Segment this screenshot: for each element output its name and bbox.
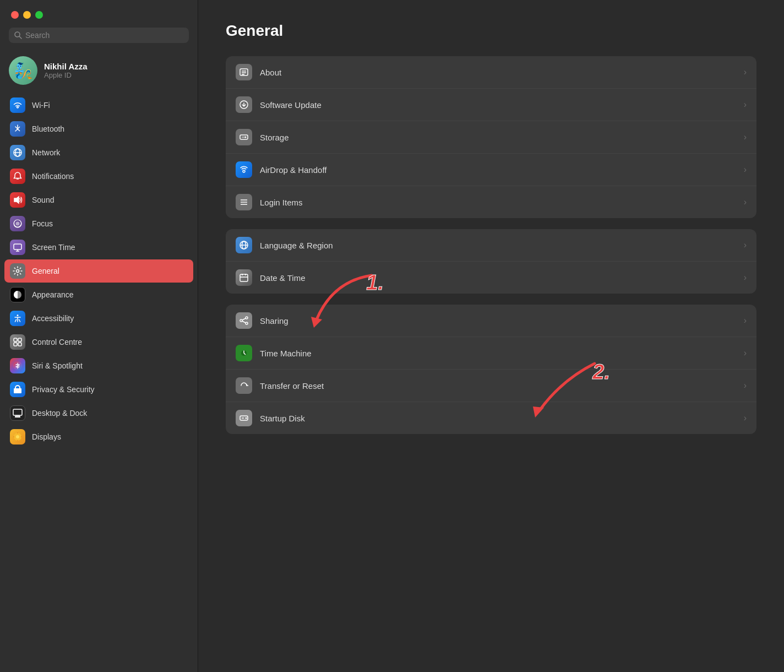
user-info: Nikhil Azza Apple ID bbox=[44, 62, 88, 79]
sidebar-item-accessibility[interactable]: Accessibility bbox=[4, 307, 193, 330]
datetime-label: Date & Time bbox=[260, 273, 736, 283]
sidebar-item-label-controlcentre: Control Centre bbox=[32, 338, 188, 346]
focus-icon bbox=[10, 216, 25, 231]
sidebar-scroll: Wi-Fi Bluetooth Network Notifications bbox=[0, 94, 198, 672]
user-name: Nikhil Azza bbox=[44, 62, 88, 71]
settings-row-airdrop[interactable]: AirDrop & Handoff › bbox=[226, 154, 756, 186]
sidebar-item-controlcentre[interactable]: Control Centre bbox=[4, 330, 193, 354]
user-profile[interactable]: 🧞 Nikhil Azza Apple ID bbox=[0, 52, 198, 94]
bluetooth-icon bbox=[10, 121, 25, 137]
about-chevron: › bbox=[744, 67, 747, 77]
sidebar-item-label-privacy: Privacy & Security bbox=[32, 385, 188, 394]
airdrop-icon bbox=[236, 161, 252, 178]
sidebar-item-appearance[interactable]: Appearance bbox=[4, 283, 193, 306]
settings-row-startupdisk[interactable]: Startup Disk › bbox=[226, 402, 756, 434]
search-input[interactable] bbox=[25, 31, 183, 40]
sidebar-item-label-wifi: Wi-Fi bbox=[32, 101, 188, 110]
general-icon bbox=[10, 263, 25, 279]
network-icon bbox=[10, 145, 25, 160]
search-icon bbox=[14, 31, 22, 39]
datetime-icon bbox=[236, 269, 252, 286]
settings-row-storage[interactable]: Storage › bbox=[226, 121, 756, 154]
svg-rect-17 bbox=[18, 343, 21, 346]
startupdisk-icon bbox=[236, 410, 252, 426]
sidebar-item-notifications[interactable]: Notifications bbox=[4, 165, 193, 188]
loginitems-chevron: › bbox=[744, 197, 747, 207]
sidebar-item-label-focus: Focus bbox=[32, 219, 188, 228]
settings-row-sharing[interactable]: Sharing › bbox=[226, 305, 756, 337]
about-label: About bbox=[260, 68, 736, 77]
settings-row-loginitems[interactable]: Login Items › bbox=[226, 186, 756, 218]
startupdisk-label: Startup Disk bbox=[260, 414, 736, 423]
settings-row-about[interactable]: About › bbox=[226, 56, 756, 89]
svg-rect-15 bbox=[18, 338, 21, 342]
svg-line-51 bbox=[242, 321, 246, 323]
timemachine-chevron: › bbox=[744, 348, 747, 358]
svg-point-48 bbox=[240, 319, 242, 322]
startupdisk-chevron: › bbox=[744, 413, 747, 423]
settings-row-transfer[interactable]: Transfer or Reset › bbox=[226, 370, 756, 402]
svg-rect-19 bbox=[13, 409, 22, 415]
softwareupdate-icon bbox=[236, 96, 252, 113]
sharing-icon bbox=[236, 312, 252, 329]
sidebar-item-siri[interactable]: Siri & Spotlight bbox=[4, 354, 193, 377]
minimize-button[interactable] bbox=[23, 11, 31, 19]
page-title: General bbox=[226, 22, 756, 40]
sidebar-item-label-notifications: Notifications bbox=[32, 172, 188, 181]
sidebar-item-network[interactable]: Network bbox=[4, 141, 193, 164]
search-bar[interactable] bbox=[9, 28, 189, 43]
sharing-chevron: › bbox=[744, 316, 747, 326]
sidebar-item-bluetooth[interactable]: Bluetooth bbox=[4, 117, 193, 140]
sidebar: 🧞 Nikhil Azza Apple ID Wi-Fi Bluetooth bbox=[0, 0, 198, 672]
sidebar-item-label-screentime: Screen Time bbox=[32, 243, 188, 252]
svg-point-23 bbox=[16, 435, 19, 438]
svg-rect-16 bbox=[14, 343, 17, 346]
language-chevron: › bbox=[744, 240, 747, 250]
main-content: General About › Software Update › Storag… bbox=[198, 0, 784, 672]
sidebar-item-label-sound: Sound bbox=[32, 196, 188, 204]
sidebar-item-label-siri: Siri & Spotlight bbox=[32, 361, 188, 370]
settings-row-datetime[interactable]: Date & Time › bbox=[226, 262, 756, 294]
sidebar-item-label-displays: Displays bbox=[32, 432, 188, 441]
svg-point-36 bbox=[243, 170, 245, 172]
sidebar-item-wifi[interactable]: Wi-Fi bbox=[4, 94, 193, 117]
sidebar-item-privacy[interactable]: Privacy & Security bbox=[4, 378, 193, 401]
settings-row-timemachine[interactable]: Time Machine › bbox=[226, 337, 756, 370]
sidebar-item-label-appearance: Appearance bbox=[32, 290, 188, 299]
svg-point-49 bbox=[246, 322, 248, 324]
settings-row-softwareupdate[interactable]: Software Update › bbox=[226, 89, 756, 121]
sidebar-item-screentime[interactable]: Screen Time bbox=[4, 236, 193, 259]
language-icon bbox=[236, 237, 252, 253]
settings-group-1: About › Software Update › Storage › AirD… bbox=[226, 56, 756, 218]
language-label: Language & Region bbox=[260, 241, 736, 250]
timemachine-label: Time Machine bbox=[260, 349, 736, 358]
settings-group-2: Language & Region › Date & Time › bbox=[226, 229, 756, 294]
sidebar-item-displays[interactable]: Displays bbox=[4, 425, 193, 448]
datetime-chevron: › bbox=[744, 273, 747, 283]
user-subtitle: Apple ID bbox=[44, 71, 88, 79]
settings-group-3: Sharing › Time Machine › Transfer or Res… bbox=[226, 305, 756, 434]
airdrop-label: AirDrop & Handoff bbox=[260, 165, 736, 175]
screentime-icon bbox=[10, 240, 25, 255]
svg-marker-7 bbox=[14, 197, 19, 203]
desktop-icon bbox=[10, 405, 25, 421]
loginitems-icon bbox=[236, 194, 252, 210]
sidebar-item-label-bluetooth: Bluetooth bbox=[32, 124, 188, 133]
settings-row-language[interactable]: Language & Region › bbox=[226, 229, 756, 262]
maximize-button[interactable] bbox=[35, 11, 43, 19]
sound-icon bbox=[10, 192, 25, 208]
notifications-icon bbox=[10, 169, 25, 184]
airdrop-chevron: › bbox=[744, 165, 747, 175]
transfer-chevron: › bbox=[744, 381, 747, 391]
timemachine-icon bbox=[236, 345, 252, 361]
svg-rect-43 bbox=[240, 274, 248, 281]
sidebar-item-sound[interactable]: Sound bbox=[4, 188, 193, 212]
svg-point-47 bbox=[246, 317, 248, 319]
sidebar-item-desktop[interactable]: Desktop & Dock bbox=[4, 402, 193, 425]
sidebar-item-focus[interactable]: Focus bbox=[4, 212, 193, 235]
close-button[interactable] bbox=[11, 11, 19, 19]
loginitems-label: Login Items bbox=[260, 198, 736, 207]
svg-rect-14 bbox=[14, 338, 17, 342]
storage-chevron: › bbox=[744, 132, 747, 142]
sidebar-item-general[interactable]: General bbox=[4, 259, 193, 283]
